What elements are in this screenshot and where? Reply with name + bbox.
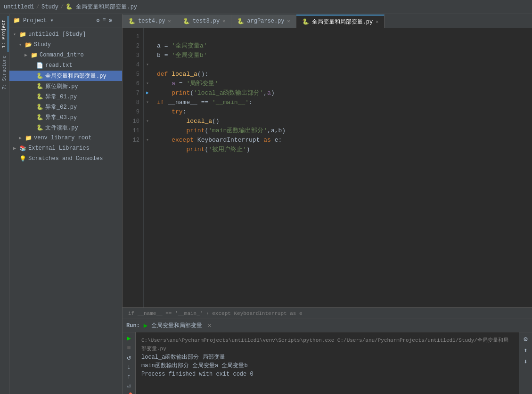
run-play-button[interactable]: ▶ <box>124 334 134 342</box>
file-tree: ▾ 📁 untitled1 [Study] ▾ 📂 Study ▶ 📁 Comm… <box>9 27 122 394</box>
run-pin-button[interactable]: 📌 <box>124 392 134 394</box>
fold-gutter: ▾ ▾ ▶ ▾ ▾ ▾ <box>144 28 151 307</box>
tree-item-read-txt[interactable]: 📄 read.txt <box>9 60 122 71</box>
sidebar-icon-tabs: 1: Project 7: Structure <box>0 14 9 394</box>
tree-item-refresh-py[interactable]: 🐍 原位刷新.py <box>9 81 122 91</box>
tab-close-argparse[interactable]: ✕ <box>287 18 290 24</box>
run-content-area: ▶ ■ ↺ ↓ ↑ ⏎ 📌 C:\Users\anu\PycharmProjec… <box>123 332 532 394</box>
breadcrumb-bottom-text: if __name__ == '__main_' › except Keyboa… <box>128 311 303 316</box>
tree-label-exception02-py: 异常_02.py <box>45 103 77 111</box>
tab-label-test3: test3.py <box>193 18 220 24</box>
tree-label-study: Study <box>34 41 51 48</box>
project-header-label: Project ▾ <box>23 17 54 24</box>
tree-label-fileread-py: 文件读取.py <box>45 124 78 132</box>
tab-label-test4: test4.py <box>138 18 165 24</box>
run-close-icon[interactable]: ✕ <box>208 322 211 329</box>
tab-test4[interactable]: 🐍 test4.py ✕ <box>123 15 177 28</box>
run-rerun-button[interactable]: ↺ <box>124 354 134 362</box>
run-left-toolbar: ▶ ■ ↺ ↓ ↑ ⏎ 📌 <box>123 332 136 394</box>
folder-icon: 📁 <box>13 17 20 24</box>
tree-item-untitled1[interactable]: ▾ 📁 untitled1 [Study] <box>9 29 122 40</box>
run-label: Run: <box>126 322 140 329</box>
code-content[interactable]: a = '全局变量a' b = '全局变量b' def local_a(): a… <box>151 28 532 307</box>
run-right-tool-3[interactable]: ⬇ <box>521 357 531 366</box>
breadcrumb-untitled1[interactable]: untitled1 <box>4 4 34 10</box>
run-output-line-1: local_a函数输出部分 局部变量 <box>141 353 513 362</box>
tree-label-globals-py: 全局变量和局部变量.py <box>45 72 106 80</box>
tree-item-exception03-py[interactable]: 🐍 异常_03.py <box>9 112 122 122</box>
settings-icon[interactable]: ≡ <box>102 17 106 24</box>
tab-icon-argparse: 🐍 <box>237 18 244 25</box>
equalizer-icon[interactable]: ⚙ <box>96 17 99 24</box>
tree-label-scratches: Scratches and Consoles <box>28 155 103 162</box>
tree-item-study[interactable]: ▾ 📂 Study <box>9 40 122 50</box>
tab-icon-globals: 🐍 <box>302 18 309 25</box>
code-editor: 1 2 3 4 5 6 7 8 9 10 11 12 ▾ ▾ ▶ <box>123 28 532 307</box>
run-play-icon: ▶ <box>144 322 147 330</box>
tree-label-exception03-py: 异常_03.py <box>45 113 77 121</box>
run-command-line: C:\Users\anu\PycharmProjects\untitled1\v… <box>141 336 513 353</box>
tree-item-exception01-py[interactable]: 🐍 异常_01.py <box>9 91 122 102</box>
run-panel: Run: ▶ 全局变量和局部变量 ✕ ▶ ■ ↺ ↓ ↑ ⏎ 📌 C:\User… <box>123 319 532 394</box>
run-arrow-down-button[interactable]: ↓ <box>124 363 134 371</box>
sidebar-tab-project[interactable]: 1: Project <box>0 16 8 52</box>
tab-argparse[interactable]: 🐍 argParse.py ✕ <box>231 15 296 28</box>
editor-breadcrumb-bar: if __name__ == '__main_' › except Keyboa… <box>123 307 532 319</box>
tree-item-scratches[interactable]: 💡 Scratches and Consoles <box>9 153 122 164</box>
project-panel: 📁 Project ▾ ⚙ ≡ ⚙ — ▾ 📁 untitled1 [Study… <box>9 14 123 394</box>
run-right-toolbar: ⚙ ⬆ ⬇ <box>519 332 532 394</box>
run-file-name: 全局变量和局部变量 <box>151 322 202 330</box>
run-right-tool-2[interactable]: ⬆ <box>521 346 531 355</box>
sidebar-tab-structure[interactable]: 7: Structure <box>1 52 8 93</box>
project-header: 📁 Project ▾ ⚙ ≡ ⚙ — <box>9 14 122 27</box>
tab-label-globals: 全局变量和局部变量.py <box>312 18 373 26</box>
tree-label-command-intro: Command_intro <box>40 52 84 58</box>
tree-label-untitled1: untitled1 [Study] <box>28 31 86 38</box>
project-header-actions: ⚙ ≡ ⚙ — <box>96 17 118 24</box>
run-output-line-2: main函数输出部分 全局变量a 全局变量b <box>141 362 513 370</box>
breadcrumb-study[interactable]: Study <box>41 4 58 10</box>
tree-item-globals-py[interactable]: 🐍 全局变量和局部变量.py <box>9 71 122 81</box>
tab-globals[interactable]: 🐍 全局变量和局部变量.py ✕ <box>296 15 385 28</box>
editor-area: 🐍 test4.py ✕ 🐍 test3.py ✕ 🐍 argParse.py … <box>123 14 532 394</box>
tree-label-refresh-py: 原位刷新.py <box>45 82 78 90</box>
run-stop-button[interactable]: ■ <box>124 344 134 352</box>
breadcrumb: untitled1 / Study / 🐍 全局变量和局部变量.py <box>4 3 137 11</box>
tree-label-venv: venv library root <box>34 135 91 141</box>
run-arrow-up-button[interactable]: ↑ <box>124 373 134 380</box>
tab-icon-test3: 🐍 <box>183 18 190 25</box>
tab-label-argparse: argParse.py <box>247 18 284 24</box>
tree-item-command-intro[interactable]: ▶ 📁 Command_intro <box>9 50 122 60</box>
run-panel-header: Run: ▶ 全局变量和局部变量 ✕ <box>123 319 532 332</box>
line-numbers: 1 2 3 4 5 6 7 8 9 10 11 12 <box>123 28 144 307</box>
tab-test3[interactable]: 🐍 test3.py ✕ <box>177 15 232 28</box>
tab-close-test4[interactable]: ✕ <box>168 18 171 24</box>
tree-item-external-libs[interactable]: ▶ 📚 External Libraries <box>9 143 122 153</box>
run-wrap-button[interactable]: ⏎ <box>124 382 134 390</box>
tree-item-venv[interactable]: ▶ 📁 venv library root <box>9 133 122 143</box>
tree-item-fileread-py[interactable]: 🐍 文件读取.py <box>9 122 122 133</box>
run-right-tool-1[interactable]: ⚙ <box>521 334 531 344</box>
tab-close-globals[interactable]: ✕ <box>376 19 378 24</box>
tab-close-test3[interactable]: ✕ <box>222 18 225 24</box>
run-exit-message: Process finished with exit code 0 <box>141 370 513 378</box>
main-area: 1: Project 7: Structure 📁 Project ▾ ⚙ ≡ … <box>0 14 532 394</box>
tree-label-read-txt: read.txt <box>45 62 73 69</box>
tree-label-exception01-py: 异常_01.py <box>45 93 77 101</box>
settings2-icon[interactable]: ⚙ <box>109 17 112 24</box>
tree-label-external-libs: External Libraries <box>28 145 90 152</box>
minimize-icon[interactable]: — <box>115 17 118 24</box>
run-output: C:\Users\anu\PycharmProjects\untitled1\v… <box>136 332 519 394</box>
project-header-left: 📁 Project ▾ <box>13 17 54 24</box>
titlebar: untitled1 / Study / 🐍 全局变量和局部变量.py <box>0 0 532 14</box>
editor-tabs: 🐍 test4.py ✕ 🐍 test3.py ✕ 🐍 argParse.py … <box>123 14 532 28</box>
tree-item-exception02-py[interactable]: 🐍 异常_02.py <box>9 102 122 112</box>
breadcrumb-file: 🐍 全局变量和局部变量.py <box>65 3 137 11</box>
tab-icon-test4: 🐍 <box>128 18 135 25</box>
